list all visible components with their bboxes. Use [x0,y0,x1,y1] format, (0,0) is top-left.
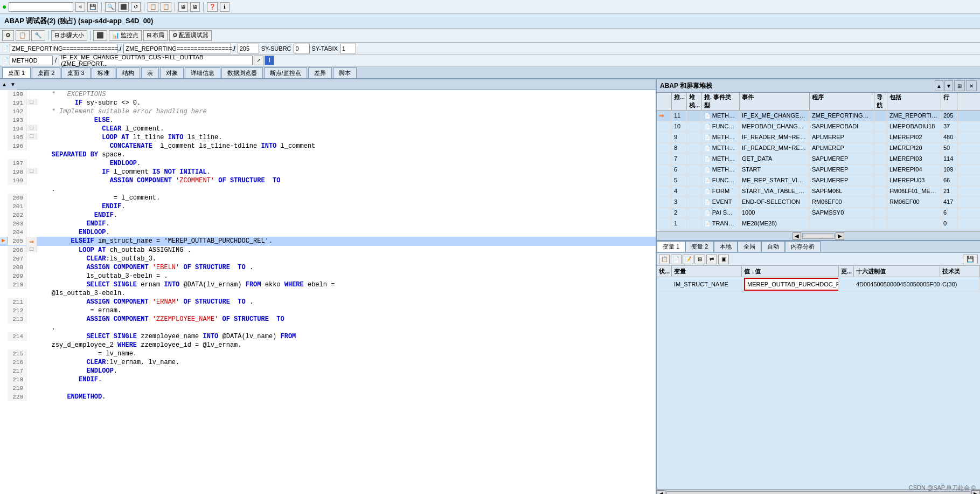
stack-cell-nav [874,154,887,164]
line-number: 207 [8,255,26,263]
header-num: 推... [672,93,687,110]
stack-cell-event: 1000 [740,208,810,218]
prev-btn[interactable]: 📋 [148,2,158,12]
sy-subrc-cell[interactable]: 0 [294,44,310,53]
stack-cell-type: 📄 METHOD [702,164,740,175]
var-save-btn[interactable]: 💾 [963,255,978,264]
header-program: 程序 [810,93,874,110]
stack-row[interactable]: 8📄 METHODIF_READER_MM~READ_TABLESAPLMERE… [657,143,980,154]
tab-obj[interactable]: 对象 [160,67,184,78]
find-btn[interactable]: 🔍 [105,2,116,12]
code-line: 210 SELECT SINGLE ernam INTO @DATA(lv_er… [0,280,656,289]
var-btn-3[interactable]: 📝 [683,255,693,264]
var-header-hex: 十六进制值 [854,266,940,277]
stop-btn[interactable]: ⬛ [118,2,129,12]
step-size-btn[interactable]: ⊟ 步骤大小 [51,30,87,41]
stack-row[interactable]: 2📄 PAI SCREEN1000SAPMSSY06 [657,208,980,218]
tab-desk1[interactable]: 桌面 1 [2,67,31,78]
var-header-tech: 技术类 [940,266,980,277]
code-content[interactable]: 190 * EXCEPTIONS191□ IF sy-subrc <> 0.19… [0,90,656,494]
tool1-btn[interactable]: 🖥 [178,2,188,12]
stack-row[interactable]: 3📄 EVENTEND-OF-SELECTIONRM06EF00RM06EF00… [657,197,980,208]
window-title: ABAP 调试器(2) (独占) (sap-s4d-app_S4D_00) [4,17,153,25]
stack-cell-num: 9 [672,132,687,142]
btn-icon1[interactable]: ⚙ [2,30,14,41]
stack-scroll-dn[interactable]: ▼ [944,80,953,91]
program1-cell[interactable]: ZME_REPORTING================./ [10,44,117,53]
stack-cell-nav [874,121,887,132]
var-tab-1[interactable]: 变量 1 [657,241,685,252]
stack-scroll-up[interactable]: ▲ [935,80,943,91]
var-btn-4[interactable]: ⊞ [694,255,705,264]
back-btn[interactable]: « [75,2,85,12]
stack-cell-line: 66 [941,175,957,186]
sy-tabix-cell[interactable]: 1 [340,44,356,53]
program2-cell[interactable]: ZME_REPORTING================./ [123,44,231,53]
method-jump-btn[interactable]: ↗ [254,56,263,65]
tab-browser[interactable]: 数据浏览器 [221,67,263,78]
var-tab-mem[interactable]: 内存分析 [785,241,821,252]
stack-row[interactable]: ⇒11📄 METHODIF_EX_ME_CHANGE_OUTTAB~FILL..… [657,111,980,121]
tab-standard[interactable]: 标准 [92,67,115,78]
stack-table[interactable]: 推... 堆栈... 推. 事件类型 事件 程序 导航 包括 行 ⇒11📄 ME… [657,93,980,231]
command-input[interactable] [9,2,73,12]
scroll-up-btn[interactable]: ▲ [0,79,9,90]
var-nav-left[interactable]: ◀ [657,490,665,495]
stack-row[interactable]: 5📄 FUNCTIONME_REP_START_VIA_TABLE_SAPLME… [657,175,980,186]
stack-row[interactable]: 9📄 METHODIF_READER_MM~READ_TABLESAPLMERE… [657,132,980,143]
stack-cell-indicator [657,164,672,175]
line-content: ENDMETHOD. [37,393,106,401]
tab-script[interactable]: 脚本 [333,67,357,78]
line-marker: □ [26,168,37,174]
btn-icon2[interactable]: 📋 [16,30,30,41]
help-btn[interactable]: ❓ [207,2,218,12]
save-top-btn[interactable]: 💾 [87,2,98,12]
var-btn-6[interactable]: ▣ [718,255,729,264]
tool2-btn[interactable]: 🖥 [190,2,200,12]
line-cell[interactable]: 205 [238,44,259,53]
tab-detail[interactable]: 详细信息 [185,67,220,78]
line-content: @ls_outtab_3-ebeln. [37,289,125,298]
var-btn-1[interactable]: 📋 [659,255,670,264]
var-tab-local[interactable]: 本地 [714,241,738,252]
stack-cell-package: LMEREPI04 [887,164,941,175]
stack-nav-right[interactable]: ▶ [836,232,844,240]
tab-struct[interactable]: 结构 [116,67,140,78]
info-i-btn[interactable]: I [265,56,274,65]
stack-row[interactable]: 7📄 METHODGET_DATASAPLMEREPLMEREPI03114 [657,154,980,164]
var-row[interactable]: IM_STRUCT_NAMEMEREP_OUTTAB_PURCHDOC_REL4… [657,277,980,292]
stack-expand-btn[interactable]: ⊞ [954,80,965,91]
tab-desk2[interactable]: 桌面 2 [32,67,60,78]
scroll-dn-btn[interactable]: ▼ [9,79,17,90]
info-btn-top[interactable]: ℹ [220,2,230,12]
header-stack: 堆栈... [687,93,702,110]
stop-btn2[interactable]: ⬛ [93,30,107,41]
line-number: 210 [8,280,26,289]
stack-close-btn[interactable]: ✕ [966,80,977,91]
stack-row[interactable]: 10📄 FUNCTIONMEPOBADI_CHANGE_OUTTABSAPLME… [657,121,980,132]
refresh-btn[interactable]: ↺ [131,2,141,12]
var-tab-global[interactable]: 全局 [738,241,761,252]
line-content: * Implement suitable error handling here [37,107,207,116]
tab-diff[interactable]: 差异 [308,67,332,78]
monitor-btn[interactable]: 📊 监控点 [109,30,142,41]
layout-btn[interactable]: ⊞ 布局 [143,30,168,41]
stack-row[interactable]: 4📄 FORMSTART_VIA_TABLE_MANAGERSAPFM06LFM… [657,186,980,197]
next-btn[interactable]: 📋 [161,2,171,12]
var-tab-auto[interactable]: 自动 [761,241,785,252]
config-btn[interactable]: ⚙ 配置调试器 [169,30,212,41]
stack-row[interactable]: 6📄 METHODSTARTSAPLMEREPLMEREPI04109 [657,164,980,175]
btn-icon3[interactable]: 🔧 [31,30,45,41]
stack-nav-left[interactable]: ◀ [793,232,801,240]
stack-scrollbar[interactable] [802,234,835,239]
main-layout: ▲ ▼ 190 * EXCEPTIONS191□ IF sy-subrc <> … [0,79,980,494]
line-content: = l_comment. [37,194,160,202]
var-btn-5[interactable]: ⇄ [706,255,717,264]
var-tab-2[interactable]: 变量 2 [685,241,714,252]
tab-breakpoint[interactable]: 断点/监控点 [264,67,307,78]
stack-cell-num: 7 [672,154,687,164]
tab-table[interactable]: 表 [141,67,159,78]
var-btn-2[interactable]: 📄 [671,255,682,264]
stack-row[interactable]: 1📄 TRANSACTIONME28(ME28)0 [657,218,980,229]
tab-desk3[interactable]: 桌面 3 [61,67,90,78]
